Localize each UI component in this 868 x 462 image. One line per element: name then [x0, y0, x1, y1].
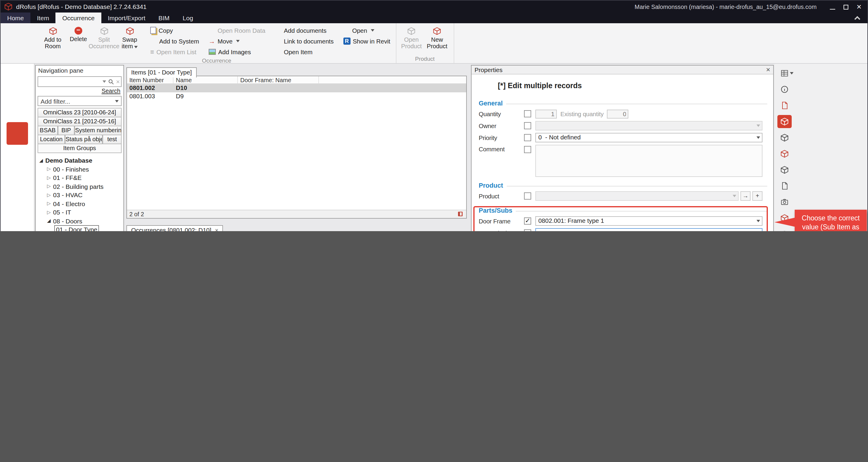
item-row-0801-003[interactable]: 0801.003 D9	[127, 92, 466, 101]
tab-bim[interactable]: BIM	[152, 12, 176, 23]
items-tab[interactable]: Items [01 - Door Type]	[126, 67, 196, 77]
classification-omniclass23[interactable]: OmniClass 23 [2010-06-24]	[37, 108, 122, 118]
quantity-input[interactable]	[535, 109, 557, 118]
classification-bip[interactable]: BIP	[58, 126, 74, 135]
tree-item-08-doors[interactable]: ◢08 - Doors	[36, 217, 123, 225]
comment-textarea[interactable]	[535, 145, 763, 177]
close-panel-icon[interactable]: ×	[766, 67, 770, 73]
sync-icon[interactable]	[777, 131, 792, 144]
add-filter-dropdown[interactable]: Add filter...	[37, 96, 122, 106]
open-room-data-button[interactable]: Open Room Data	[207, 25, 267, 36]
dropdown-caret-icon	[756, 136, 760, 139]
existing-quantity-input[interactable]	[607, 109, 629, 118]
open-item-list-button[interactable]: ≡ Open Item List	[149, 46, 201, 57]
tab-import-export[interactable]: Import/Export	[101, 12, 152, 23]
classification-omniclass21[interactable]: OmniClass 21 [2012-05-16]	[37, 117, 122, 126]
sidebar-buildings-icon[interactable]	[6, 204, 28, 227]
priority-select[interactable]: 0 - Not defined	[535, 133, 763, 142]
show-in-revit-button[interactable]: R Show in Revit	[341, 36, 392, 46]
ribbon: Add to Room − Delete Split Occurrence Sw…	[1, 23, 867, 64]
sidebar-rooms-icon[interactable]	[6, 67, 28, 90]
owner-select[interactable]	[535, 121, 763, 130]
tree-item-02-building-parts[interactable]: ▷02 - Building parts	[36, 182, 123, 191]
item-row-0801-002[interactable]: 0801.002 D10	[127, 84, 466, 92]
sidebar-products-icon[interactable]	[6, 150, 28, 172]
item-properties-icon[interactable]	[777, 99, 792, 112]
add-images-button[interactable]: Add Images	[207, 46, 267, 57]
classification-test[interactable]: test	[102, 135, 122, 144]
classification-system-numbering[interactable]: System numbering	[74, 126, 122, 135]
tree-item-00-finishes[interactable]: ▷00 - Finishes	[36, 165, 123, 173]
add-to-room-button[interactable]: Add to Room	[40, 25, 66, 50]
split-occurrence-button[interactable]: Split Occurrence	[91, 25, 117, 50]
close-button[interactable]: ×	[857, 4, 862, 9]
product-select[interactable]	[535, 191, 739, 201]
pin-icon[interactable]	[115, 67, 121, 73]
clear-search-icon[interactable]: ×	[116, 78, 120, 85]
open-product-button[interactable]: Open Product	[399, 25, 424, 50]
move-button[interactable]: → Move	[207, 36, 267, 46]
collapse-ribbon-icon[interactable]	[854, 16, 860, 22]
open-item-button[interactable]: Open Item	[273, 46, 335, 57]
camera-icon[interactable]	[777, 195, 792, 208]
navigation-search-input[interactable]	[39, 77, 100, 86]
product-icon[interactable]	[777, 147, 792, 160]
tree-item-01-door-type-selected[interactable]: 01 - Door Type	[36, 225, 123, 231]
close-tab-icon[interactable]: ×	[215, 227, 218, 231]
priority-checkbox[interactable]	[524, 134, 531, 141]
delete-button[interactable]: − Delete	[66, 25, 91, 42]
open-button[interactable]: Open	[341, 25, 392, 36]
door-frame-select[interactable]: 0802.001: Frame type 1	[535, 216, 763, 226]
occurrences-tab[interactable]: Occurrences [0801.002: D10]×	[126, 225, 223, 231]
add-documents-button[interactable]: Add documents	[273, 25, 335, 36]
sidebar-occurrences-icon[interactable]	[6, 122, 28, 145]
tab-log[interactable]: Log	[176, 12, 200, 23]
link-to-documents-button[interactable]: Link to documents	[273, 36, 335, 46]
classification-location[interactable]: Location	[37, 135, 65, 144]
quantity-label: Quantity	[479, 110, 524, 117]
report-book-icon[interactable]	[457, 211, 464, 218]
door-glazing-checkbox[interactable]	[524, 229, 531, 231]
classification-status-pa-objekt[interactable]: Status på objekt	[65, 135, 102, 144]
tab-home[interactable]: Home	[1, 12, 30, 23]
maximize-button[interactable]	[843, 1, 848, 12]
add-to-system-button[interactable]: Add to System	[149, 36, 201, 46]
product-checkbox[interactable]	[524, 192, 531, 200]
classification-bsab[interactable]: BSAB	[37, 126, 58, 135]
occurrence-properties-icon[interactable]	[777, 115, 792, 128]
tree-item-04-electro[interactable]: ▷04 - Electro	[36, 199, 123, 208]
navigation-pane-title: Navigation pane	[38, 67, 84, 74]
cube-icon[interactable]	[777, 163, 792, 176]
documents-icon[interactable]	[777, 179, 792, 192]
view-selector-icon[interactable]	[777, 67, 792, 80]
tree-item-01-ffe[interactable]: ▷01 - FF&E	[36, 173, 123, 182]
tree-root-demo-database[interactable]: ◢Demo Database	[36, 156, 123, 165]
classification-item-groups[interactable]: Item Groups	[37, 143, 122, 153]
history-icon[interactable]	[777, 228, 792, 231]
tab-item[interactable]: Item	[30, 12, 56, 23]
swap-item-button[interactable]: Swap item	[117, 25, 143, 50]
sidebar-documents-icon[interactable]	[6, 177, 28, 200]
tab-occurrence[interactable]: Occurrence	[56, 12, 101, 23]
door-glazing-select[interactable]	[535, 228, 763, 231]
search-icon[interactable]	[107, 78, 114, 85]
quantity-checkbox[interactable]	[524, 110, 531, 118]
door-frame-checkbox[interactable]	[524, 218, 531, 225]
open-product-arrow-button[interactable]: →	[740, 191, 750, 201]
minimize-button[interactable]	[830, 1, 835, 12]
info-icon[interactable]	[777, 83, 792, 96]
product-heading: Product	[479, 182, 503, 189]
owner-checkbox[interactable]	[524, 122, 531, 129]
search-link[interactable]: Search	[36, 87, 123, 95]
copy-button[interactable]: Copy	[149, 25, 201, 36]
item-icon	[480, 79, 493, 92]
window-title: dRofus [dRofus - Demo Database] 2.7.24.6…	[16, 3, 147, 10]
tree-item-03-hvac[interactable]: ▷03 - HVAC	[36, 191, 123, 199]
new-product-button[interactable]: New Product	[424, 25, 450, 50]
pin-icon[interactable]	[755, 66, 761, 73]
add-product-button[interactable]: +	[752, 191, 763, 201]
search-dropdown-caret-icon[interactable]	[102, 80, 106, 83]
comment-checkbox[interactable]	[524, 146, 531, 153]
tree-item-05-it[interactable]: ▷05 - IT	[36, 208, 123, 217]
sidebar-items-icon[interactable]	[6, 95, 28, 118]
